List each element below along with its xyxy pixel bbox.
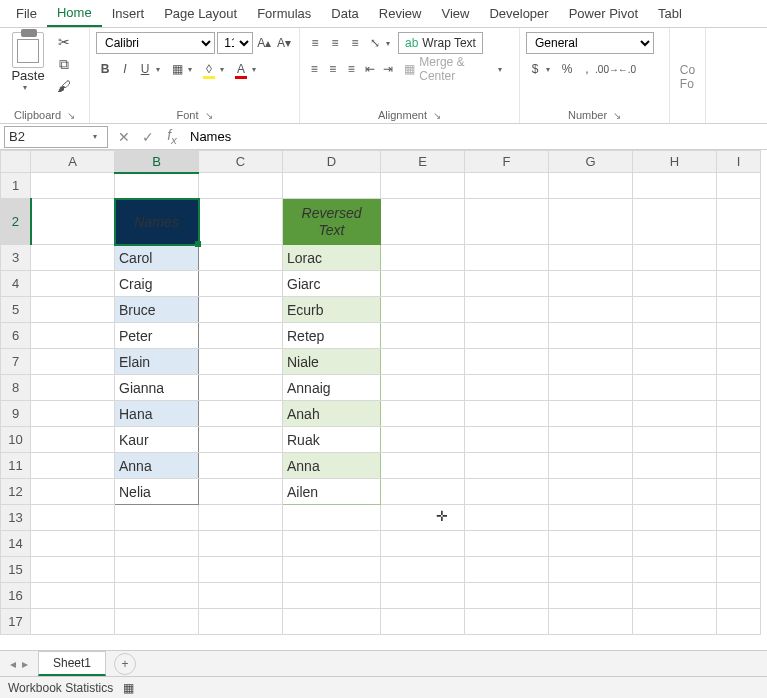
cancel-formula-icon[interactable]: ✕ [112, 126, 136, 148]
col-header-a[interactable]: A [31, 151, 115, 173]
cell-b3[interactable]: Carol [115, 245, 199, 271]
font-color-button[interactable]: A [232, 58, 250, 80]
row-header-10[interactable]: 10 [1, 427, 31, 453]
merge-dropdown-icon[interactable]: ▾ [498, 65, 507, 74]
bold-button[interactable]: B [96, 58, 114, 80]
worksheet-grid[interactable]: A B C D E F G H I 1 2 Names Reversed Tex… [0, 150, 767, 644]
align-right-icon[interactable]: ≡ [343, 58, 359, 80]
cell-d8[interactable]: Annaig [283, 375, 381, 401]
decrease-indent-icon[interactable]: ⇤ [361, 58, 377, 80]
currency-dropdown-icon[interactable]: ▾ [546, 65, 556, 74]
fx-icon[interactable]: fx [160, 126, 184, 148]
comma-icon[interactable]: , [578, 58, 596, 80]
sheet-tab-sheet1[interactable]: Sheet1 [38, 651, 106, 676]
tab-view[interactable]: View [431, 1, 479, 26]
col-header-c[interactable]: C [199, 151, 283, 173]
clipboard-expand-icon[interactable]: ↘ [67, 110, 75, 121]
cell-d10[interactable]: Ruak [283, 427, 381, 453]
font-size-select[interactable]: 11 [217, 32, 253, 54]
tab-home[interactable]: Home [47, 0, 102, 27]
fill-dropdown-icon[interactable]: ▾ [220, 65, 230, 74]
row-header-8[interactable]: 8 [1, 375, 31, 401]
cell-b7[interactable]: Elain [115, 349, 199, 375]
format-table-label[interactable]: Fo [680, 77, 695, 91]
border-dropdown-icon[interactable]: ▾ [188, 65, 198, 74]
increase-indent-icon[interactable]: ⇥ [380, 58, 396, 80]
cell-d12[interactable]: Ailen [283, 479, 381, 505]
cell-b5[interactable]: Bruce [115, 297, 199, 323]
paste-button[interactable]: Paste ▾ [6, 32, 50, 96]
col-header-g[interactable]: G [549, 151, 633, 173]
col-header-b[interactable]: B [115, 151, 199, 173]
format-painter-button[interactable]: 🖌 [54, 76, 74, 96]
cell-d7[interactable]: Niale [283, 349, 381, 375]
add-sheet-button[interactable]: + [114, 653, 136, 675]
col-header-d[interactable]: D [283, 151, 381, 173]
currency-icon[interactable]: $ [526, 58, 544, 80]
col-header-f[interactable]: F [465, 151, 549, 173]
cell-d9[interactable]: Anah [283, 401, 381, 427]
cell-d6[interactable]: Retep [283, 323, 381, 349]
cut-button[interactable]: ✂ [54, 32, 74, 52]
border-button[interactable]: ▦ [168, 58, 186, 80]
align-top-icon[interactable]: ≡ [306, 32, 324, 54]
col-header-h[interactable]: H [633, 151, 717, 173]
row-header-16[interactable]: 16 [1, 583, 31, 609]
cell-d5[interactable]: Ecurb [283, 297, 381, 323]
col-header-i[interactable]: I [717, 151, 761, 173]
tab-page-layout[interactable]: Page Layout [154, 1, 247, 26]
cell-b8[interactable]: Gianna [115, 375, 199, 401]
decrease-decimal-icon[interactable]: ←.0 [618, 58, 636, 80]
tab-file[interactable]: File [6, 1, 47, 26]
cell-b11[interactable]: Anna [115, 453, 199, 479]
merge-center-button[interactable]: ▦ Merge & Center ▾ [398, 58, 513, 80]
decrease-font-icon[interactable]: A▾ [275, 32, 293, 54]
cell-d11[interactable]: Anna [283, 453, 381, 479]
row-header-15[interactable]: 15 [1, 557, 31, 583]
cell-b2[interactable]: Names [115, 199, 199, 245]
number-format-select[interactable]: General [526, 32, 654, 54]
row-header-14[interactable]: 14 [1, 531, 31, 557]
cell-d4[interactable]: Giarc [283, 271, 381, 297]
row-header-1[interactable]: 1 [1, 173, 31, 199]
select-all-corner[interactable] [1, 151, 31, 173]
orientation-dropdown-icon[interactable]: ▾ [386, 39, 396, 48]
orientation-icon[interactable]: ⤡ [366, 32, 384, 54]
cond-format-label[interactable]: Co [680, 63, 695, 77]
number-expand-icon[interactable]: ↘ [613, 110, 621, 121]
font-name-select[interactable]: Calibri [96, 32, 215, 54]
align-center-icon[interactable]: ≡ [324, 58, 340, 80]
copy-button[interactable]: ⧉ [54, 54, 74, 74]
font-expand-icon[interactable]: ↘ [205, 110, 213, 121]
alignment-expand-icon[interactable]: ↘ [433, 110, 441, 121]
sheet-nav-prev-icon[interactable]: ◂ [10, 657, 16, 671]
paste-dropdown-icon[interactable]: ▾ [23, 83, 33, 92]
tab-review[interactable]: Review [369, 1, 432, 26]
row-header-4[interactable]: 4 [1, 271, 31, 297]
underline-button[interactable]: U [136, 58, 154, 80]
row-header-12[interactable]: 12 [1, 479, 31, 505]
font-color-dropdown-icon[interactable]: ▾ [252, 65, 262, 74]
row-header-7[interactable]: 7 [1, 349, 31, 375]
sheet-nav-next-icon[interactable]: ▸ [22, 657, 28, 671]
cell-b4[interactable]: Craig [115, 271, 199, 297]
increase-font-icon[interactable]: A▴ [255, 32, 273, 54]
row-header-11[interactable]: 11 [1, 453, 31, 479]
formula-input[interactable] [184, 126, 767, 148]
row-header-6[interactable]: 6 [1, 323, 31, 349]
row-header-5[interactable]: 5 [1, 297, 31, 323]
row-header-13[interactable]: 13 [1, 505, 31, 531]
cell-d3[interactable]: Lorac [283, 245, 381, 271]
cell-b6[interactable]: Peter [115, 323, 199, 349]
underline-dropdown-icon[interactable]: ▾ [156, 65, 166, 74]
cell-d2[interactable]: Reversed Text [283, 199, 381, 245]
tab-insert[interactable]: Insert [102, 1, 155, 26]
increase-decimal-icon[interactable]: .00→ [598, 58, 616, 80]
wrap-text-button[interactable]: ab Wrap Text [398, 32, 483, 54]
enter-formula-icon[interactable]: ✓ [136, 126, 160, 148]
workbook-statistics-label[interactable]: Workbook Statistics [8, 681, 113, 695]
tab-formulas[interactable]: Formulas [247, 1, 321, 26]
row-header-17[interactable]: 17 [1, 609, 31, 635]
tab-developer[interactable]: Developer [479, 1, 558, 26]
tab-power-pivot[interactable]: Power Pivot [559, 1, 648, 26]
